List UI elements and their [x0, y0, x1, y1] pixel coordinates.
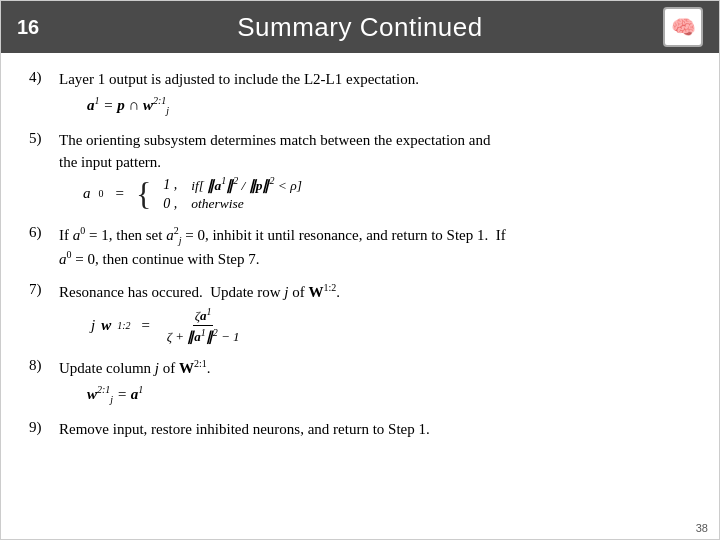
slide-title: Summary Continued — [237, 12, 483, 43]
item-9-number: 9) — [29, 419, 51, 436]
piecewise-cond-2: otherwise — [191, 196, 244, 212]
piecewise-val-1: 1 , — [163, 177, 183, 193]
content-area: 4) Layer 1 output is adjusted to include… — [1, 53, 719, 539]
item-8-formula: w2:1j = a1 — [87, 384, 211, 405]
piecewise-row-2: 0 , otherwise — [163, 196, 302, 212]
item-5: 5) The orienting subsystem determines ma… — [29, 130, 691, 214]
piecewise-row-1: 1 , if[ ‖a1‖2 / ‖p‖2 < ρ] — [163, 175, 302, 194]
slide-container: 16 Summary Continued 🧠 4) Layer 1 output… — [0, 0, 720, 540]
item-8-number: 8) — [29, 357, 51, 374]
header: 16 Summary Continued 🧠 — [1, 1, 719, 53]
piecewise-rows: 1 , if[ ‖a1‖2 / ‖p‖2 < ρ] 0 , — [163, 175, 302, 212]
item-8: 8) Update column j of W2:1. w2:1j = a1 — [29, 357, 691, 409]
slide: 16 Summary Continued 🧠 4) Layer 1 output… — [0, 0, 720, 540]
item-6-text: If a0 = 1, then set a2j = 0, inhibit it … — [59, 227, 506, 268]
item-9-text: Remove input, restore inhibited neurons,… — [59, 419, 430, 441]
w-numer: ζa1 — [193, 306, 214, 326]
item-8-content: Update column j of W2:1. w2:1j = a1 — [59, 357, 211, 409]
item-7-content: Resonance has occured. Update row j of W… — [59, 281, 340, 347]
w-fraction: ζa1 ζ + ‖a1‖2 − 1 — [165, 306, 242, 346]
item-7-number: 7) — [29, 281, 51, 298]
item-6-number: 6) — [29, 224, 51, 241]
page-number: 38 — [696, 522, 708, 534]
piecewise-val-2: 0 , — [163, 196, 183, 212]
item-4-formula: a1 = p ∩ w2:1j — [87, 95, 419, 116]
item-5-number: 5) — [29, 130, 51, 147]
item-7-text: Resonance has occured. Update row j of W… — [59, 284, 340, 300]
item-8-text: Update column j of W2:1. — [59, 360, 211, 376]
item-6: 6) If a0 = 1, then set a2j = 0, inhibit … — [29, 224, 691, 271]
item-9: 9) Remove input, restore inhibited neuro… — [29, 419, 691, 441]
item-4: 4) Layer 1 output is adjusted to include… — [29, 69, 691, 120]
item-5-formula: a0 = { 1 , if[ ‖a1‖2 / ‖p‖2 — [83, 175, 491, 212]
item-5-text: The orienting subsystem determines match… — [59, 132, 491, 170]
piecewise-brace: { — [136, 178, 151, 210]
item-4-text: Layer 1 output is adjusted to include th… — [59, 71, 419, 87]
item-7-formula: j w1:2 = ζa1 ζ + ‖a1‖2 − 1 — [91, 306, 340, 346]
item-4-number: 4) — [29, 69, 51, 86]
item-4-content: Layer 1 output is adjusted to include th… — [59, 69, 419, 120]
item-7: 7) Resonance has occured. Update row j o… — [29, 281, 691, 347]
item-5-content: The orienting subsystem determines match… — [59, 130, 491, 214]
piecewise-cond-1: if[ ‖a1‖2 / ‖p‖2 < ρ] — [191, 175, 302, 194]
brain-icon: 🧠 — [663, 7, 703, 47]
slide-number: 16 — [17, 16, 39, 39]
item-6-content: If a0 = 1, then set a2j = 0, inhibit it … — [59, 224, 506, 271]
w-denom: ζ + ‖a1‖2 − 1 — [165, 326, 242, 345]
